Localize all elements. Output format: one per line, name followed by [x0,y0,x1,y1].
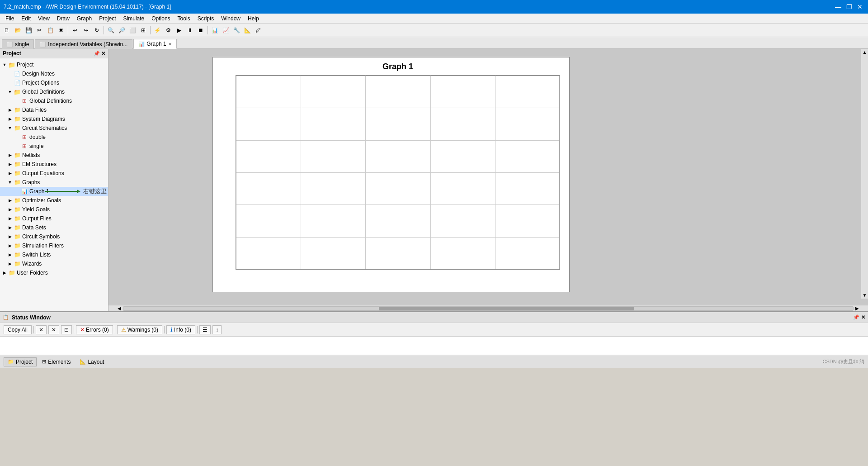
bottom-tab-project[interactable]: 📁 Project [4,357,37,366]
right-scrollbar[interactable]: ▲ ▼ [861,49,868,299]
scroll-right-btn[interactable]: ▶ [855,306,859,311]
status-close-btn[interactable]: ✕ [861,314,865,320]
tab-graph1[interactable]: 📊 Graph 1 ✕ [133,39,176,49]
toolbar-btn14[interactable]: 🖊 [253,25,263,35]
menu-item-project[interactable]: Project [95,14,119,23]
tree-item-output-equations[interactable]: ▶ 📁 Output Equations [0,169,108,178]
tree-item-global-defs[interactable]: ⊞ Global Definitions [0,96,108,105]
scroll-down-btn[interactable]: ▼ [863,293,867,298]
toolbar-btn5[interactable]: ⚡ [152,25,162,35]
list-view-button[interactable]: ☰ [199,325,211,334]
toolbar-zoom-in[interactable]: 🔍 [106,25,116,35]
tree-item-circuit-symbols[interactable]: ▶ 📁 Circuit Symbols [0,232,108,241]
warnings-button[interactable]: ⚠ Warnings (0) [117,325,162,334]
toolbar-btn7[interactable]: ▶ [174,25,184,35]
menu-item-scripts[interactable]: Scripts [194,14,218,23]
filter-button[interactable]: ⊟ [61,325,72,334]
tree-item-project-root[interactable]: ▼ 📁 Project [0,60,108,69]
toolbar-btn12[interactable]: 🔧 [231,25,241,35]
maximize-btn[interactable]: ❐ [844,2,854,11]
tree-label-double: double [29,134,46,140]
tab-independent[interactable]: ⬜ Independent Variables (Showin... [35,39,132,49]
menu-item-options[interactable]: Options [148,14,174,23]
scroll-track[interactable] [123,306,854,311]
menu-item-tools[interactable]: Tools [174,14,194,23]
tree-item-project-options[interactable]: 📄 Project Options [0,78,108,87]
tree-item-graph-1[interactable]: 📊 Graph 1 右键这里 [0,187,108,196]
toolbar-btn11[interactable]: 📈 [221,25,231,35]
close-btn[interactable]: ✕ [855,2,864,11]
window-controls[interactable]: — ❐ ✕ [834,2,864,11]
tree-item-switch-lists[interactable]: ▶ 📁 Switch Lists [0,250,108,259]
bottom-tab-elements[interactable]: ⊞ Elements [38,357,74,366]
grid-h-4 [236,204,560,205]
panel-header: Project 📌 ✕ [0,49,108,58]
scroll-left-btn[interactable]: ◀ [118,306,121,311]
tree-item-em-structures[interactable]: ▶ 📁 EM Structures [0,160,108,169]
bottom-bar: 📁 Project ⊞ Elements 📐 Layout CSDN @史且非 … [0,355,868,368]
status-sep2 [74,326,74,333]
content-area: Graph 1 10 8 6 4 2 0 [108,49,868,305]
toolbar-delete[interactable]: ✖ [56,25,66,35]
toolbar-btn8[interactable]: ⏸ [185,25,195,35]
toolbar-btn10[interactable]: 📊 [210,25,220,35]
tree-item-graphs[interactable]: ▼ 📁 Graphs [0,178,108,187]
tree-item-data-files[interactable]: ▶ 📁 Data Files [0,105,108,114]
tree-item-netlists[interactable]: ▶ 📁 Netlists [0,151,108,160]
menu-item-window[interactable]: Window [217,14,244,23]
toolbar-new[interactable]: 🗋 [2,25,12,35]
menu-item-draw[interactable]: Draw [53,14,73,23]
tree-item-double[interactable]: ⊞ double [0,133,108,142]
minimize-btn[interactable]: — [834,2,843,11]
toolbar-save[interactable]: 💾 [24,25,33,35]
menu-item-view[interactable]: View [34,14,53,23]
toolbar-open[interactable]: 📂 [13,25,23,35]
tree-item-single[interactable]: ⊞ single [0,142,108,151]
tree-item-wizards[interactable]: ▶ 📁 Wizards [0,259,108,268]
scroll-up-btn[interactable]: ▲ [863,50,867,55]
toolbar-cut[interactable]: ✂ [34,25,44,35]
tree-item-data-sets[interactable]: ▶ 📁 Data Sets [0,223,108,232]
toolbar-undo[interactable]: ↩ [70,25,80,35]
menu-item-graph[interactable]: Graph [73,14,95,23]
copy-all-button[interactable]: Copy All [4,325,32,334]
menu-item-edit[interactable]: Edit [18,14,34,23]
tree-item-yield-goals[interactable]: ▶ 📁 Yield Goals [0,205,108,214]
tree-item-design-notes[interactable]: 📄 Design Notes [0,69,108,78]
horizontal-scrollbar[interactable]: ◀ ▶ [108,305,868,311]
expand-uf: ▶ [2,270,7,276]
tab-close-graph1[interactable]: ✕ [168,42,172,47]
menu-item-file[interactable]: File [2,14,18,23]
tab-icon-graph1: 📊 [138,41,145,47]
expand-sl: ▶ [7,252,13,257]
toolbar-btn13[interactable]: 📐 [242,25,252,35]
tree-item-system-diagrams[interactable]: ▶ 📁 System Diagrams [0,114,108,124]
tree-item-optimizer-goals[interactable]: ▶ 📁 Optimizer Goals [0,196,108,205]
tab-single[interactable]: ⬜ single [2,39,34,49]
toolbar-btn6[interactable]: ⚙ [163,25,173,35]
menu-item-simulate[interactable]: Simulate [120,14,148,23]
errors-button[interactable]: ✕ Errors (0) [76,325,113,334]
toolbar-btn9[interactable]: ⏹ [196,25,206,35]
toolbar-refresh[interactable]: ↻ [92,25,102,35]
toolbar-copy[interactable]: 📋 [45,25,55,35]
toolbar-zoom-out[interactable]: 🔎 [117,25,127,35]
graph-plot[interactable]: 10 8 6 4 2 0 [236,75,560,270]
toolbar-zoom-rect[interactable]: ⬜ [127,25,137,35]
tree-item-simulation-filters[interactable]: ▶ 📁 Simulation Filters [0,241,108,250]
toolbar-redo[interactable]: ↪ [81,25,91,35]
sort-button[interactable]: ↕ [212,325,222,334]
grid-h-0 [236,76,560,76]
bottom-tab-layout[interactable]: 📐 Layout [76,357,108,366]
scroll-thumb[interactable] [379,307,634,310]
tree-item-circuit-schematics[interactable]: ▼ 📁 Circuit Schematics [0,124,108,133]
clear-selected-button[interactable]: ✕ [48,325,59,334]
status-pin-btn[interactable]: 📌 [853,314,859,320]
tree-item-user-folders[interactable]: ▶ 📁 User Folders [0,268,108,277]
tree-item-output-files[interactable]: ▶ 📁 Output Files [0,214,108,223]
clear-all-button[interactable]: ✕ [36,325,47,334]
menu-item-help[interactable]: Help [244,14,263,23]
info-button[interactable]: ℹ Info (0) [166,325,195,334]
toolbar-zoom-fit[interactable]: ⊞ [138,25,148,35]
tree-item-global-defs-group[interactable]: ▼ 📁 Global Definitions [0,87,108,96]
